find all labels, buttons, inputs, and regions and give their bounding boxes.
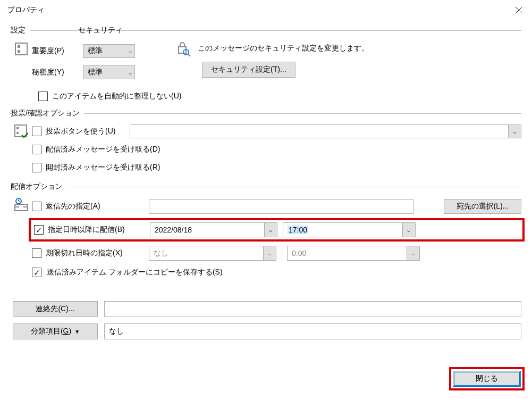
close-button-highlight: 閉じる: [449, 367, 525, 390]
expire-label: 期限切れ日時の指定(X): [46, 248, 123, 258]
delay-delivery-checkbox[interactable]: [34, 225, 44, 235]
sensitivity-label: 秘密度(Y): [32, 68, 80, 77]
divider: [84, 113, 521, 114]
svg-rect-0: [15, 43, 27, 55]
auto-archive-label: このアイテムを自動的に整理しない(U): [52, 92, 181, 101]
window-close-button[interactable]: [508, 2, 530, 19]
close-icon: [515, 6, 522, 14]
use-voting-checkbox[interactable]: [32, 127, 41, 136]
voting-section: 投票/確認オプション 投票ボタンを使う(U) ⌵: [11, 109, 521, 180]
sensitivity-select[interactable]: 標準 ⌵: [83, 65, 135, 79]
divider: [67, 187, 521, 187]
voting-buttons-value: [130, 125, 508, 138]
delay-date-value: 2022/08/18: [150, 223, 264, 237]
svg-rect-6: [15, 125, 27, 137]
svg-rect-8: [16, 132, 19, 134]
divider: [127, 30, 522, 31]
expire-date-combo: なし ⌵: [149, 246, 276, 261]
security-settings-button[interactable]: セキュリティ設定(T)...: [202, 62, 295, 78]
security-description: このメッセージのセキュリティ設定を変更します。: [198, 44, 369, 53]
categories-hotkey: G: [63, 327, 69, 335]
importance-select[interactable]: 標準 ⌵: [83, 44, 135, 58]
categories-button-prefix: 分類項目(: [31, 327, 63, 335]
close-button[interactable]: 閉じる: [453, 371, 521, 387]
categories-input[interactable]: なし: [104, 323, 521, 339]
chevron-down-icon: ⌵: [129, 69, 132, 76]
categories-value: なし: [109, 327, 124, 336]
properties-icon: [15, 43, 28, 55]
read-receipt-checkbox[interactable]: [32, 163, 41, 172]
save-sent-checkbox[interactable]: [32, 268, 41, 277]
delay-delivery-label: 指定日時以降に配信(B): [48, 225, 125, 235]
delay-time-combo[interactable]: 17:00 ⌵: [283, 222, 416, 237]
svg-rect-7: [16, 127, 19, 129]
read-receipt-label: 開封済みメッセージを受け取る(R): [46, 163, 160, 172]
chevron-down-icon[interactable]: ⌵: [264, 223, 277, 237]
clock-tray-icon: [14, 198, 28, 212]
expire-checkbox[interactable]: [32, 248, 41, 258]
svg-rect-2: [18, 50, 20, 53]
contacts-button[interactable]: 連絡先(C)...: [13, 301, 98, 317]
svg-rect-1: [18, 45, 20, 48]
titlebar: プロパティ: [0, 0, 532, 20]
expire-time-value: 0:00: [288, 246, 407, 260]
settings-legend: 設定: [11, 26, 26, 35]
delivery-receipt-label: 配信済みメッセージを受け取る(D): [46, 145, 160, 154]
reply-to-checkbox[interactable]: [32, 202, 41, 211]
voting-legend: 投票/確認オプション: [11, 109, 80, 118]
delivery-section: 配信オプション 返信先の指定(A): [11, 182, 521, 284]
delay-delivery-highlight: 指定日時以降に配信(B) 2022/08/18 ⌵ 17:00 ⌵: [29, 218, 525, 242]
security-legend: セキュリティ: [78, 26, 123, 35]
categories-button-suffix: ): [69, 327, 71, 335]
svg-line-5: [188, 54, 190, 56]
reply-to-input[interactable]: [149, 199, 413, 214]
chevron-down-icon: ⌵: [263, 246, 276, 260]
delivery-receipt-checkbox[interactable]: [32, 145, 41, 154]
expire-date-value: なし: [149, 246, 263, 260]
window-title: プロパティ: [7, 5, 45, 15]
delay-time-value: 17:00: [288, 226, 308, 234]
reply-to-label: 返信先の指定(A): [46, 202, 100, 211]
lock-search-icon: [175, 40, 191, 56]
triangle-down-icon: ▼: [74, 329, 80, 335]
delivery-legend: 配信オプション: [11, 182, 63, 192]
expire-time-combo: 0:00 ⌵: [287, 246, 420, 261]
select-recipients-button[interactable]: 宛先の選択(L)...: [444, 199, 521, 214]
save-sent-label: 送信済みアイテム フォルダーにコピーを保存する(S): [47, 268, 223, 277]
delay-date-combo[interactable]: 2022/08/18 ⌵: [150, 222, 277, 237]
importance-value: 標準: [88, 46, 103, 56]
use-voting-label: 投票ボタンを使う(U): [46, 127, 125, 136]
settings-section: 設定 セキュリティ 重要度(P) 標準 ⌵: [11, 26, 521, 106]
voting-buttons-combo[interactable]: ⌵: [130, 124, 521, 138]
chevron-down-icon[interactable]: ⌵: [402, 223, 415, 237]
auto-archive-checkbox[interactable]: [38, 92, 48, 101]
categories-button[interactable]: 分類項目(G) ▼: [13, 323, 98, 339]
chevron-down-icon: ⌵: [407, 246, 419, 260]
contacts-input[interactable]: [104, 301, 521, 317]
chevron-down-icon: ⌵: [129, 48, 132, 55]
voting-icon: [14, 124, 28, 138]
sensitivity-value: 標準: [88, 68, 103, 77]
importance-label: 重要度(P): [32, 46, 80, 56]
chevron-down-icon[interactable]: ⌵: [508, 125, 521, 138]
